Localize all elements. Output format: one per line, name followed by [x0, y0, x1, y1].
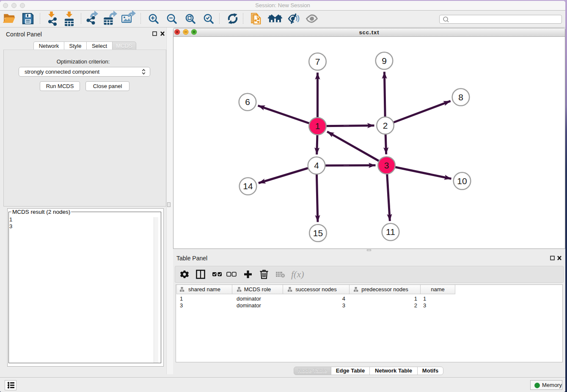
svg-text:8: 8 — [458, 92, 463, 102]
svg-text:15: 15 — [313, 228, 323, 238]
svg-text:14: 14 — [243, 181, 253, 191]
svg-text:11: 11 — [386, 227, 395, 237]
svg-text:7: 7 — [315, 57, 320, 66]
svg-text:2: 2 — [383, 121, 388, 130]
svg-text:4: 4 — [314, 160, 319, 170]
svg-text:10: 10 — [457, 176, 467, 186]
svg-text:1: 1 — [315, 121, 320, 131]
svg-text:9: 9 — [382, 56, 387, 66]
svg-text:f(x): f(x) — [291, 269, 304, 279]
svg-text:6: 6 — [245, 97, 250, 107]
svg-text:3: 3 — [384, 160, 389, 170]
